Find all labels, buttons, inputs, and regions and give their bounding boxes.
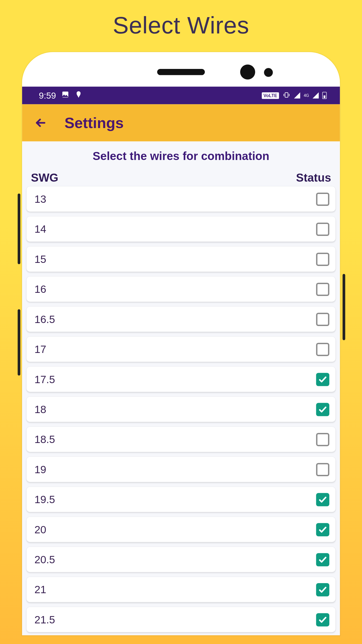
wire-status-checkbox[interactable]	[316, 493, 329, 506]
wire-status-checkbox[interactable]	[316, 523, 329, 536]
wire-row[interactable]: 20.5	[26, 547, 335, 572]
wire-row-label: 21.5	[34, 613, 55, 626]
wire-status-checkbox[interactable]	[316, 373, 329, 386]
wire-row[interactable]: 20	[26, 517, 335, 542]
status-bar: 9:59 VoLTE 4G	[22, 87, 340, 104]
wire-row[interactable]: 19.5	[26, 487, 335, 512]
wire-row-label: 15	[34, 253, 46, 265]
section-title: Select the wires for combination	[22, 141, 340, 169]
wire-status-checkbox[interactable]	[316, 283, 329, 296]
wire-status-checkbox[interactable]	[316, 343, 329, 356]
app-notification-icon	[75, 90, 83, 100]
battery-icon	[322, 92, 327, 99]
signal-icon	[294, 92, 300, 99]
wire-list: 1314151616.51717.51818.51919.52020.52121…	[22, 186, 340, 632]
wire-status-checkbox[interactable]	[316, 403, 329, 416]
phone-mockup: 9:59 VoLTE 4G	[22, 52, 340, 635]
svg-rect-1	[285, 92, 288, 97]
wire-row-label: 20	[34, 523, 46, 536]
wire-row[interactable]: 21	[26, 577, 335, 602]
arrow-left-icon	[34, 116, 47, 130]
appbar-title: Settings	[64, 114, 124, 131]
wire-status-checkbox[interactable]	[316, 253, 329, 266]
wire-row-label: 17	[34, 343, 46, 355]
wire-row[interactable]: 14	[26, 216, 335, 242]
wire-row-label: 18.5	[34, 433, 55, 446]
settings-content: Select the wires for combination SWG Sta…	[22, 141, 340, 635]
wire-row-label: 16	[34, 283, 46, 295]
page-title: Select Wires	[0, 0, 362, 39]
wire-status-checkbox[interactable]	[316, 553, 329, 566]
wire-status-checkbox[interactable]	[316, 613, 329, 626]
column-status: Status	[296, 171, 331, 185]
wire-row[interactable]: 19	[26, 457, 335, 482]
wire-row[interactable]: 18	[26, 397, 335, 422]
wire-row[interactable]: 21.5	[26, 607, 335, 632]
wire-row[interactable]: 16	[26, 276, 335, 302]
back-button[interactable]	[30, 112, 51, 133]
app-bar: Settings	[22, 104, 340, 141]
signal-roaming-icon	[312, 92, 319, 99]
wire-row[interactable]: 15	[26, 247, 335, 272]
phone-sensor-icon	[264, 68, 273, 77]
phone-volume-down-button	[18, 309, 20, 375]
phone-speaker	[157, 69, 205, 75]
wire-status-checkbox[interactable]	[316, 583, 329, 596]
wire-row-label: 18	[34, 403, 46, 415]
wire-status-checkbox[interactable]	[316, 312, 329, 326]
wire-row-label: 13	[34, 193, 46, 205]
phone-volume-up-button	[18, 193, 20, 264]
gallery-icon	[61, 90, 69, 100]
wire-status-checkbox[interactable]	[316, 463, 329, 476]
column-headers: SWG Status	[22, 169, 340, 186]
wire-row[interactable]: 13	[26, 186, 335, 212]
wire-row-label: 19	[34, 463, 46, 475]
wire-row-label: 19.5	[34, 493, 55, 506]
wire-row-label: 17.5	[34, 373, 55, 385]
wire-row[interactable]: 16.5	[26, 307, 335, 332]
wire-status-checkbox[interactable]	[316, 433, 329, 446]
phone-camera-icon	[240, 64, 255, 79]
wire-status-checkbox[interactable]	[316, 222, 329, 236]
status-time: 9:59	[39, 90, 56, 100]
wire-row-label: 21	[34, 583, 46, 596]
wire-row-label: 14	[34, 223, 46, 235]
column-swg: SWG	[31, 171, 58, 185]
wire-row[interactable]: 17.5	[26, 367, 335, 392]
wire-row[interactable]: 17	[26, 337, 335, 362]
wire-row-label: 16.5	[34, 313, 55, 325]
wire-row[interactable]: 18.5	[26, 427, 335, 452]
network-type-label: 4G	[304, 94, 309, 97]
vibrate-icon	[283, 90, 291, 100]
volte-badge-icon: VoLTE	[262, 92, 279, 99]
phone-notch-area	[22, 52, 340, 87]
phone-power-button	[343, 274, 345, 340]
wire-row-label: 20.5	[34, 553, 55, 566]
wire-status-checkbox[interactable]	[316, 192, 329, 206]
